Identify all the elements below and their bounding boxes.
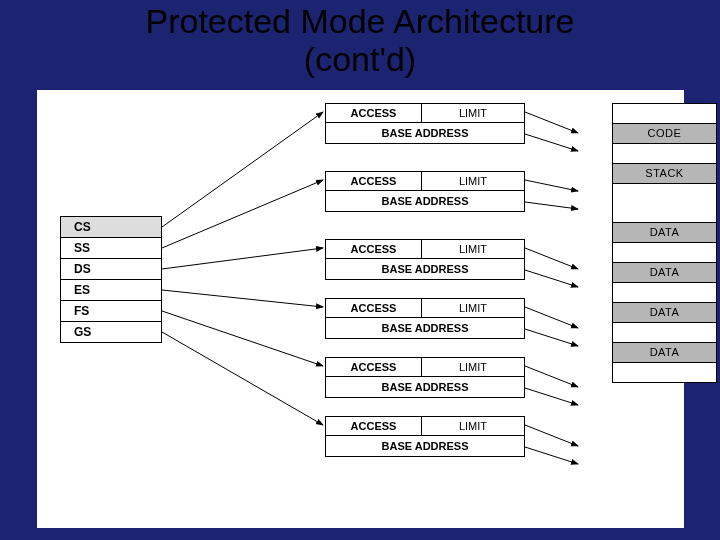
- desc-base: BASE ADDRESS: [326, 190, 524, 211]
- segreg-ds: DS: [61, 258, 161, 279]
- desc-base: BASE ADDRESS: [326, 376, 524, 397]
- desc-limit: LIMIT: [422, 104, 524, 122]
- desc-access: ACCESS: [326, 240, 422, 258]
- descriptor-3: ACCESS LIMIT BASE ADDRESS: [325, 298, 525, 339]
- mem-gap: [613, 283, 716, 303]
- mem-gap: [613, 323, 716, 343]
- mem-gap: [613, 104, 716, 124]
- mem-stack: STACK: [613, 164, 716, 184]
- mem-data: DATA: [613, 263, 716, 283]
- segreg-cs: CS: [61, 217, 161, 237]
- desc-base: BASE ADDRESS: [326, 435, 524, 456]
- mem-gap: [613, 144, 716, 164]
- desc-base: BASE ADDRESS: [326, 258, 524, 279]
- mem-data: DATA: [613, 303, 716, 323]
- mem-code: CODE: [613, 124, 716, 144]
- desc-limit: LIMIT: [422, 417, 524, 435]
- mem-data: DATA: [613, 223, 716, 243]
- descriptor-0: ACCESS LIMIT BASE ADDRESS: [325, 103, 525, 144]
- slide: Protected Mode Architecture (cont'd) CS …: [0, 0, 720, 540]
- desc-base: BASE ADDRESS: [326, 317, 524, 338]
- desc-access: ACCESS: [326, 417, 422, 435]
- slide-title: Protected Mode Architecture (cont'd): [0, 2, 720, 78]
- descriptor-5: ACCESS LIMIT BASE ADDRESS: [325, 416, 525, 457]
- segreg-gs: GS: [61, 321, 161, 342]
- segment-register-table: CS SS DS ES FS GS: [60, 216, 162, 343]
- segreg-es: ES: [61, 279, 161, 300]
- memory-column: CODE STACK DATA DATA DATA DATA: [612, 103, 717, 383]
- title-line-2: (cont'd): [304, 40, 416, 78]
- descriptor-2: ACCESS LIMIT BASE ADDRESS: [325, 239, 525, 280]
- desc-access: ACCESS: [326, 172, 422, 190]
- mem-data: DATA: [613, 343, 716, 363]
- desc-access: ACCESS: [326, 299, 422, 317]
- descriptor-4: ACCESS LIMIT BASE ADDRESS: [325, 357, 525, 398]
- segreg-ss: SS: [61, 237, 161, 258]
- mem-gap: [613, 184, 716, 223]
- mem-gap: [613, 243, 716, 263]
- desc-limit: LIMIT: [422, 172, 524, 190]
- mem-gap: [613, 363, 716, 382]
- desc-limit: LIMIT: [422, 358, 524, 376]
- desc-base: BASE ADDRESS: [326, 122, 524, 143]
- desc-access: ACCESS: [326, 104, 422, 122]
- desc-limit: LIMIT: [422, 299, 524, 317]
- desc-access: ACCESS: [326, 358, 422, 376]
- descriptor-1: ACCESS LIMIT BASE ADDRESS: [325, 171, 525, 212]
- title-line-1: Protected Mode Architecture: [145, 2, 574, 40]
- desc-limit: LIMIT: [422, 240, 524, 258]
- segreg-fs: FS: [61, 300, 161, 321]
